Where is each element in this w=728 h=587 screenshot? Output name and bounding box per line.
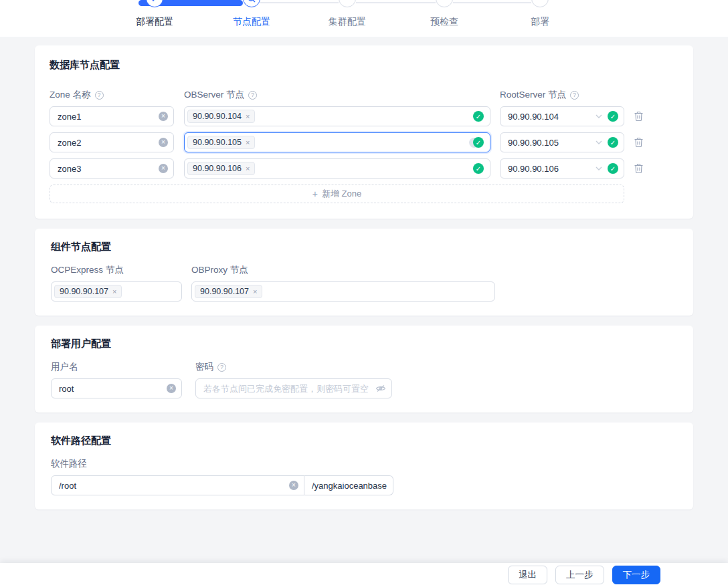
- step-connector: [453, 2, 531, 3]
- ip-tag-text: 90.90.90.105: [193, 138, 242, 147]
- zone-name-label-text: Zone 名称: [50, 89, 91, 101]
- ip-tag-text: 90.90.90.106: [193, 164, 242, 173]
- step-label-cluster-config[interactable]: 集群配置: [329, 16, 366, 28]
- step-pending-icon: [339, 0, 356, 7]
- trash-icon: [634, 137, 644, 148]
- step-pending-icon: [531, 0, 549, 7]
- software-path-input[interactable]: [51, 475, 304, 495]
- check-success-icon: ✓: [608, 111, 618, 122]
- trash-icon: [634, 111, 644, 122]
- observer-nodes-input[interactable]: 90.90.90.104 × ✓: [184, 106, 490, 126]
- database-node-card: 数据库节点配置 Zone 名称 ? OBServer 节点 ? RootServ…: [35, 45, 693, 219]
- clear-icon[interactable]: ×: [159, 164, 168, 173]
- ip-tag-text: 90.90.90.104: [193, 112, 242, 121]
- step-done-check-icon: ✓: [146, 0, 163, 7]
- check-success-icon: ✓: [473, 137, 484, 148]
- ip-tag-text: 90.90.90.107: [60, 287, 108, 296]
- delete-zone-button[interactable]: [632, 110, 645, 123]
- software-path-label: 软件路径: [51, 458, 393, 470]
- wizard-content: 数据库节点配置 Zone 名称 ? OBServer 节点 ? RootServ…: [0, 37, 728, 563]
- software-path-card-title: 软件路径配置: [51, 435, 677, 447]
- clear-icon[interactable]: ×: [289, 481, 298, 490]
- zone-name-input[interactable]: [50, 132, 174, 152]
- deploy-wizard-page: ✓ 部署配置 节点配置 集群配置 预检查 部署 数据库节点配置 Zone 名称 …: [0, 0, 728, 587]
- rootserver-select-value: 90.90.90.106: [508, 164, 559, 174]
- rootserver-select-value: 90.90.90.104: [508, 112, 559, 122]
- password-input[interactable]: [195, 378, 392, 398]
- plus-icon: +: [312, 189, 318, 199]
- rootserver-label: RootServer 节点 ?: [500, 89, 624, 101]
- eye-invisible-icon[interactable]: [375, 384, 386, 393]
- step-label-precheck[interactable]: 预检查: [430, 16, 458, 28]
- delete-zone-button[interactable]: [632, 136, 645, 149]
- check-success-icon: ✓: [473, 163, 484, 174]
- zone-name-input[interactable]: [50, 158, 174, 179]
- clear-icon[interactable]: ×: [159, 112, 168, 121]
- wizard-stepper: ✓ 部署配置 节点配置 集群配置 预检查 部署: [0, 0, 728, 37]
- prev-step-button[interactable]: 上一步: [555, 566, 604, 584]
- path-suffix: /yangkaioceanbase: [304, 475, 393, 495]
- ip-tag: 90.90.90.107 ×: [195, 285, 262, 298]
- zone-help-icon[interactable]: ?: [95, 91, 104, 100]
- step-label-node-config[interactable]: 节点配置: [233, 16, 270, 28]
- step-label-deploy-config[interactable]: 部署配置: [136, 16, 173, 28]
- tag-close-icon[interactable]: ×: [112, 287, 116, 296]
- ocpexpress-label: OCPExpress 节点: [51, 264, 182, 276]
- step-connector: [260, 2, 339, 3]
- delete-zone-button[interactable]: [632, 162, 645, 175]
- obproxy-node-input[interactable]: 90.90.90.107 ×: [191, 281, 495, 302]
- wizard-footer: 退出 上一步 下一步: [0, 563, 728, 587]
- obproxy-label: OBProxy 节点: [191, 264, 495, 276]
- password-label-text: 密码: [195, 361, 213, 373]
- rootserver-select[interactable]: 90.90.90.105 ✓: [500, 132, 624, 152]
- component-node-card-title: 组件节点配置: [51, 241, 677, 253]
- zone-name-label: Zone 名称 ?: [50, 89, 184, 101]
- zone-row: × 90.90.90.106 × ✓ 90.90.90.106: [50, 158, 678, 179]
- observer-help-icon[interactable]: ?: [248, 91, 257, 100]
- ip-tag-text: 90.90.90.107: [200, 287, 249, 296]
- username-input[interactable]: [51, 378, 182, 398]
- clear-icon[interactable]: ×: [167, 384, 176, 393]
- rootserver-select[interactable]: 90.90.90.106 ✓: [500, 158, 624, 179]
- ip-tag: 90.90.90.106 ×: [187, 162, 255, 175]
- deploy-user-card: 部署用户配置 用户名 × 密码 ?: [35, 326, 693, 413]
- observer-label: OBServer 节点 ?: [184, 89, 500, 101]
- add-zone-label: 新增 Zone: [322, 188, 361, 200]
- tag-close-icon[interactable]: ×: [246, 112, 250, 120]
- next-step-button[interactable]: 下一步: [612, 566, 661, 584]
- rootserver-label-text: RootServer 节点: [500, 89, 566, 101]
- add-zone-button[interactable]: + 新增 Zone: [50, 185, 624, 203]
- username-label: 用户名: [51, 361, 182, 373]
- step-pending-icon: [436, 0, 453, 7]
- observer-label-text: OBServer 节点: [184, 89, 244, 101]
- observer-nodes-input[interactable]: 90.90.90.106 × ✓: [184, 158, 490, 179]
- db-node-column-headers: Zone 名称 ? OBServer 节点 ? RootServer 节点 ?: [50, 89, 678, 101]
- step-connector: [356, 2, 436, 3]
- password-label: 密码 ?: [195, 361, 392, 373]
- rootserver-help-icon[interactable]: ?: [570, 91, 579, 100]
- ip-tag: 90.90.90.107 ×: [54, 285, 122, 298]
- rootserver-select-value: 90.90.90.105: [508, 138, 559, 148]
- zone-row: × 90.90.90.104 × ✓ 90.90.90.104: [50, 106, 678, 126]
- chevron-down-icon: [596, 114, 602, 118]
- ocpexpress-node-input[interactable]: 90.90.90.107 ×: [51, 281, 182, 302]
- chevron-down-icon: [596, 166, 602, 170]
- tag-close-icon[interactable]: ×: [246, 138, 250, 146]
- rootserver-select[interactable]: 90.90.90.104 ✓: [500, 106, 624, 126]
- step-current-magnifier-icon: [243, 0, 260, 7]
- ip-tag: 90.90.90.105 ×: [187, 136, 255, 149]
- tag-close-icon[interactable]: ×: [246, 164, 250, 172]
- tag-close-icon[interactable]: ×: [253, 287, 257, 296]
- check-success-icon: ✓: [608, 137, 618, 148]
- database-node-card-title: 数据库节点配置: [50, 59, 678, 72]
- check-success-icon: ✓: [608, 163, 618, 174]
- password-help-icon[interactable]: ?: [217, 363, 226, 372]
- check-success-icon: ✓: [473, 111, 484, 122]
- zone-name-input[interactable]: [50, 106, 174, 126]
- clear-icon[interactable]: ×: [159, 138, 168, 147]
- observer-nodes-input[interactable]: 90.90.90.105 × ✓: [184, 132, 490, 152]
- step-label-deploy[interactable]: 部署: [531, 16, 549, 28]
- deploy-user-card-title: 部署用户配置: [51, 338, 677, 350]
- exit-button[interactable]: 退出: [508, 566, 547, 584]
- zone-row: × 90.90.90.105 × ✓ 90.90.90.105: [50, 132, 678, 152]
